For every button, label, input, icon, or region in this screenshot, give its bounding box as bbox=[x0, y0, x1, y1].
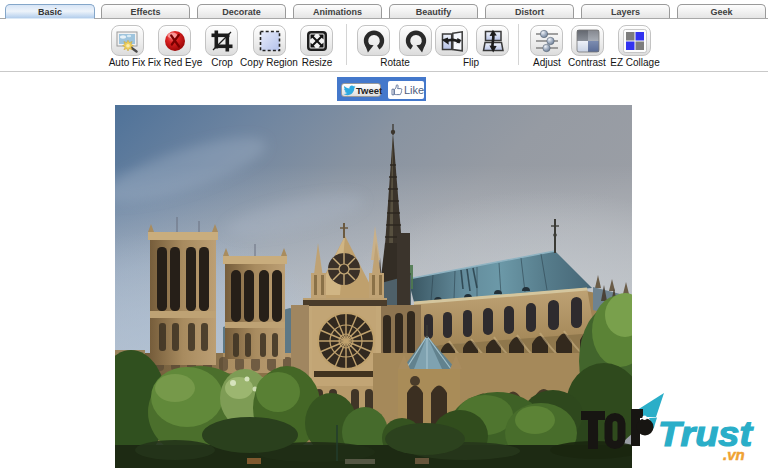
svg-text:.vn: .vn bbox=[723, 446, 745, 463]
